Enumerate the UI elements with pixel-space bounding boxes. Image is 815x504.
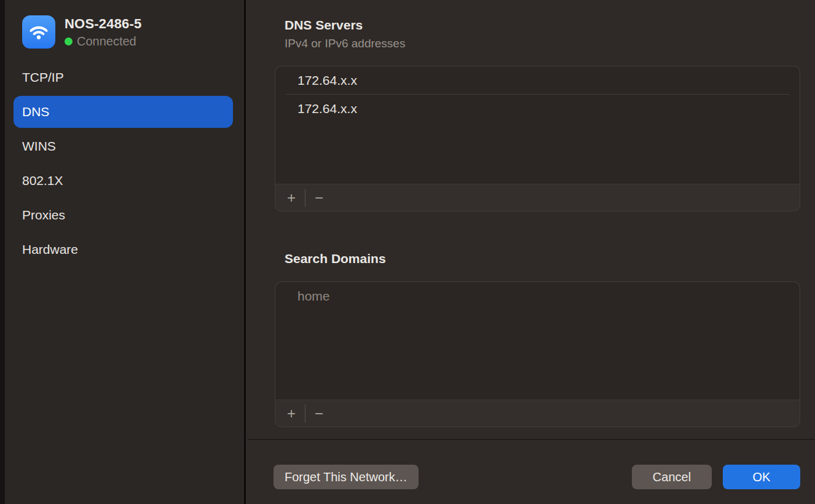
add-dns-server-button[interactable]: + xyxy=(282,184,301,211)
network-name: NOS-2486-5 xyxy=(65,16,142,32)
sidebar: NOS-2486-5 Connected TCP/IP DNS WINS 802… xyxy=(5,0,246,504)
dns-server-value: 172.64.x.x xyxy=(297,101,357,116)
search-domain-row[interactable]: home xyxy=(275,282,800,310)
dns-server-row[interactable]: 172.64.x.x xyxy=(275,95,800,122)
wifi-details-dialog: NOS-2486-5 Connected TCP/IP DNS WINS 802… xyxy=(0,0,815,504)
window-edge xyxy=(0,0,5,504)
dns-servers-list: 172.64.x.x 172.64.x.x + − xyxy=(275,66,800,211)
sidebar-item-label: WINS xyxy=(22,139,56,154)
sidebar-item-hardware[interactable]: Hardware xyxy=(14,234,233,266)
sidebar-item-wins[interactable]: WINS xyxy=(14,130,233,162)
network-meta: NOS-2486-5 Connected xyxy=(65,16,142,49)
search-domains-list: home + − xyxy=(275,282,800,427)
remove-search-domain-button[interactable]: − xyxy=(309,400,329,427)
sidebar-item-label: TCP/IP xyxy=(22,70,64,85)
sidebar-item-label: Hardware xyxy=(22,242,78,257)
sidebar-nav: TCP/IP DNS WINS 802.1X Proxies Hardware xyxy=(14,61,233,268)
search-domains-rows: home xyxy=(275,282,800,310)
sidebar-item-proxies[interactable]: Proxies xyxy=(14,199,233,231)
search-domains-toolbar: + − xyxy=(275,400,800,427)
toolbar-divider xyxy=(305,404,305,423)
add-search-domain-button[interactable]: + xyxy=(282,400,301,427)
dns-servers-rows: 172.64.x.x 172.64.x.x xyxy=(275,66,800,122)
connected-status-label: Connected xyxy=(77,34,136,49)
remove-dns-server-button[interactable]: − xyxy=(309,184,329,211)
wifi-icon xyxy=(22,15,55,49)
dns-server-row[interactable]: 172.64.x.x xyxy=(275,66,800,94)
sidebar-item-label: Proxies xyxy=(22,208,65,222)
footer-divider xyxy=(248,439,815,440)
dns-list-toolbar: + − xyxy=(275,184,800,211)
network-status: Connected xyxy=(65,34,142,49)
sidebar-item-label: 802.1X xyxy=(22,173,63,188)
search-domain-value: home xyxy=(297,289,330,304)
network-header: NOS-2486-5 Connected xyxy=(22,15,142,49)
sidebar-item-label: DNS xyxy=(22,104,49,119)
forget-network-button[interactable]: Forget This Network… xyxy=(274,465,419,489)
sidebar-item-8021x[interactable]: 802.1X xyxy=(14,165,233,197)
sidebar-item-tcpip[interactable]: TCP/IP xyxy=(14,61,233,93)
cancel-button[interactable]: Cancel xyxy=(632,465,712,489)
connected-status-dot-icon xyxy=(65,37,73,45)
dns-server-value: 172.64.x.x xyxy=(297,73,357,88)
dns-servers-subtitle: IPv4 or IPv6 addresses xyxy=(285,37,405,50)
ok-button[interactable]: OK xyxy=(723,465,800,489)
search-domains-title: Search Domains xyxy=(285,251,386,266)
dns-servers-title: DNS Servers xyxy=(285,18,363,33)
sidebar-item-dns[interactable]: DNS xyxy=(14,96,233,128)
toolbar-divider xyxy=(305,189,305,207)
dns-settings-panel: DNS Servers IPv4 or IPv6 addresses 172.6… xyxy=(248,0,815,504)
